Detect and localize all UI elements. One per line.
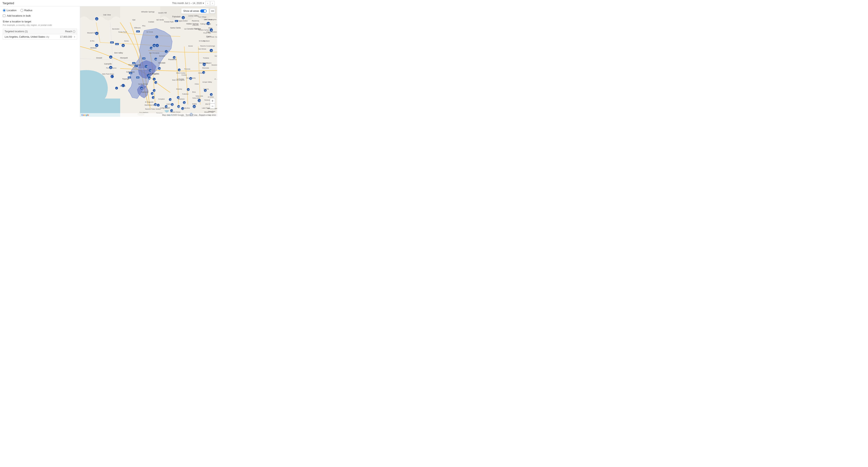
svg-text:Wheeler Springs: Wheeler Springs	[141, 11, 155, 13]
svg-text:Rancho Cucamonga: Rancho Cucamonga	[200, 45, 215, 47]
svg-text:18: 18	[211, 30, 212, 31]
svg-text:Yorba Linda: Yorba Linda	[195, 95, 203, 97]
svg-text:Jurupa Valley: Jurupa Valley	[202, 81, 212, 83]
svg-text:710: 710	[171, 110, 174, 112]
reach-value: 17,900,000	[60, 35, 72, 38]
show-all-areas-label: Show all areas	[183, 10, 199, 12]
terms-of-use-link[interactable]: Terms of Use	[186, 114, 197, 116]
svg-text:10: 10	[148, 75, 149, 76]
svg-text:Phelan: Phelan	[206, 35, 211, 37]
map-data-attribution: Map data ©2020 Google	[162, 114, 184, 116]
zoom-in-button[interactable]: +	[210, 98, 215, 103]
svg-text:405: 405	[155, 59, 157, 60]
svg-text:1: 1	[111, 76, 112, 77]
svg-text:Pomona: Pomona	[184, 68, 190, 70]
targeted-locations-count: Targeted locations (1)	[5, 30, 28, 33]
svg-text:27: 27	[135, 65, 136, 67]
show-all-areas-container: Show all areas	[181, 8, 215, 13]
svg-text:Fullerton: Fullerton	[182, 93, 188, 95]
remove-location-button[interactable]: ×	[74, 35, 75, 38]
svg-text:210: 210	[153, 45, 156, 46]
next-date-button[interactable]: ›	[210, 1, 215, 5]
map-layers-icon[interactable]	[210, 8, 215, 13]
svg-text:405: 405	[155, 104, 157, 105]
location-input-hint: For example, a country, city, region, or…	[3, 24, 77, 26]
prev-date-button[interactable]: ‹	[206, 1, 210, 5]
svg-text:33: 33	[96, 33, 97, 34]
svg-text:Palmdale: Palmdale	[172, 15, 181, 18]
svg-text:Simi Valley: Simi Valley	[114, 52, 123, 54]
svg-text:Chino: Chino	[195, 83, 199, 85]
svg-text:1: 1	[122, 85, 123, 87]
svg-text:El Cerrito: El Cerrito	[208, 96, 214, 98]
svg-text:Santa Monica: Santa Monica	[138, 83, 148, 85]
add-bulk-option[interactable]: Add locations in bulk	[3, 14, 77, 17]
svg-text:605: 605	[178, 97, 180, 98]
svg-text:Piru: Piru	[142, 25, 146, 27]
date-range-value: Jul 1 – 14, 2020	[185, 2, 202, 5]
app-header: Targeted This month Jul 1 – 14, 2020 ▾ ‹…	[0, 0, 217, 6]
svg-text:Bardsdale: Bardsdale	[112, 28, 120, 30]
google-logo: Google	[81, 114, 89, 116]
svg-text:Temescal: Temescal	[204, 99, 210, 101]
svg-text:10: 10	[203, 72, 205, 73]
svg-text:Glendale: Glendale	[158, 62, 165, 64]
svg-text:23: 23	[110, 57, 112, 58]
svg-text:241: 241	[193, 106, 196, 107]
attribution-links: Map data ©2020 Google Terms of Use Repor…	[162, 114, 216, 116]
svg-text:210: 210	[174, 57, 176, 59]
zoom-controls: + −	[210, 98, 215, 109]
targeting-type-group: Location Radius	[3, 9, 77, 12]
zoom-out-button[interactable]: −	[210, 103, 215, 109]
svg-text:Brea: Brea	[192, 91, 196, 93]
svg-text:Covina: Covina	[181, 74, 186, 76]
svg-text:Agua Dulce: Agua Dulce	[178, 20, 188, 22]
reach-info-icon[interactable]: i	[73, 30, 75, 33]
svg-text:215: 215	[203, 64, 206, 65]
svg-text:60: 60	[190, 78, 192, 80]
svg-text:Fontana: Fontana	[203, 57, 209, 59]
location-input-label: Enter a location to target	[3, 20, 77, 23]
svg-text:91: 91	[184, 102, 185, 103]
map-background: Los Angeles Glendale Pasadena Burbank Sa…	[80, 6, 217, 117]
show-all-areas-toggle[interactable]: Show all areas	[181, 8, 209, 13]
report-map-error-link[interactable]: Report a map error	[199, 114, 216, 116]
svg-text:Yorba Linda: Yorba Linda	[192, 97, 200, 99]
radius-radio[interactable]	[21, 9, 23, 12]
date-range-selector[interactable]: This month Jul 1 – 14, 2020 ▾	[172, 2, 204, 5]
svg-text:el...: el...	[215, 78, 217, 80]
svg-text:105: 105	[153, 97, 155, 98]
svg-text:West Covina: West Covina	[176, 72, 185, 74]
svg-text:Oxnard: Oxnard	[96, 57, 102, 59]
svg-text:Burbank: Burbank	[159, 55, 165, 57]
svg-text:Dana Point: Dana Point	[208, 111, 215, 112]
svg-text:405: 405	[149, 78, 151, 79]
svg-text:105: 105	[152, 93, 154, 95]
svg-text:15: 15	[211, 50, 212, 52]
svg-text:Beverly Hills: Beverly Hills	[138, 68, 147, 70]
svg-text:710: 710	[169, 99, 172, 100]
location-radio[interactable]	[3, 9, 6, 12]
toggle-switch[interactable]	[200, 9, 207, 12]
svg-text:Azusa: Azusa	[188, 45, 193, 47]
svg-point-106	[111, 75, 114, 78]
map-container[interactable]: Los Angeles Glendale Pasadena Burbank Sa…	[80, 6, 217, 117]
svg-text:5: 5	[156, 36, 157, 38]
date-nav-arrows: ‹ ›	[206, 1, 215, 5]
add-bulk-checkbox[interactable]	[3, 14, 5, 17]
svg-text:110: 110	[154, 90, 156, 92]
svg-text:1: 1	[116, 88, 117, 89]
radius-radio-option[interactable]: Radius	[21, 9, 32, 12]
svg-text:Compton: Compton	[158, 98, 165, 100]
svg-text:Val Verde: Val Verde	[146, 31, 153, 33]
location-name: Los Angeles, California, United States c…	[5, 35, 49, 38]
svg-point-108	[122, 84, 125, 87]
svg-text:Downey: Downey	[176, 88, 182, 90]
location-radio-option[interactable]: Location	[3, 9, 17, 12]
svg-text:150: 150	[111, 42, 113, 43]
svg-text:101: 101	[159, 68, 161, 69]
svg-text:5: 5	[158, 105, 159, 106]
svg-text:San...: San...	[215, 55, 217, 57]
svg-text:10: 10	[179, 69, 181, 71]
svg-text:14: 14	[175, 21, 177, 22]
